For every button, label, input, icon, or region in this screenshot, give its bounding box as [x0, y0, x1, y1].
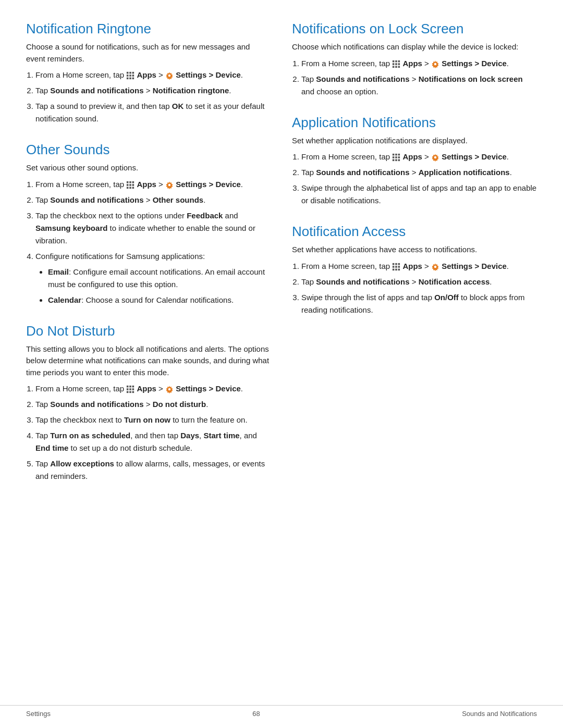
apps-icon: [126, 71, 134, 80]
step-5: Tap Allow exceptions to allow alarms, ca…: [35, 458, 271, 483]
bold-apps: Apps: [137, 180, 156, 189]
apps-icon: [392, 60, 400, 68]
bold-ok: OK: [172, 102, 184, 110]
footer: Settings 68 Sounds and Notifications: [0, 705, 563, 718]
step-2: Tap Sounds and notifications > Notificat…: [35, 84, 271, 97]
subitem-email: Email: Configure email account notificat…: [48, 266, 271, 291]
step-2: Tap Sounds and notifications > Notificat…: [301, 276, 537, 288]
step-3: Swipe through the alphabetical list of a…: [301, 182, 537, 207]
bold-settings-device: Settings > Device: [176, 384, 241, 393]
subitems-sounds: Email: Configure email account notificat…: [35, 266, 271, 306]
left-column: Notification Ringtone Choose a sound for…: [26, 21, 271, 499]
step-2: Tap Sounds and notifications > Applicati…: [301, 166, 537, 179]
step-2: Tap Sounds and notifications > Notificat…: [301, 73, 537, 98]
footer-center: 68: [252, 710, 260, 718]
step-4: Configure notifications for Samsung appl…: [35, 250, 271, 306]
bold-apps: Apps: [402, 152, 422, 161]
page: Notification Ringtone Choose a sound for…: [0, 0, 563, 530]
bold-feedback: Feedback: [187, 211, 223, 220]
apps-icon: [392, 153, 400, 162]
step-2: Tap Sounds and notifications > Other sou…: [35, 194, 271, 206]
settings-icon: [431, 60, 439, 68]
bold-sounds-notif: Sounds and notifications: [50, 195, 143, 204]
footer-right: Sounds and Notifications: [462, 710, 537, 718]
section-notification-ringtone: Notification Ringtone Choose a sound for…: [26, 21, 271, 125]
heading-do-not-disturb: Do Not Disturb: [26, 323, 271, 339]
bold-sounds-notif: Sounds and notifications: [316, 277, 409, 286]
section-do-not-disturb: Do Not Disturb This setting allows you t…: [26, 323, 271, 483]
bold-turn-on-scheduled: Turn on as scheduled: [50, 431, 130, 440]
bold-settings-device: Settings > Device: [442, 262, 507, 270]
settings-icon: [165, 181, 174, 189]
heading-notification-access: Notification Access: [292, 224, 537, 240]
section-notification-access: Notification Access Set whether applicat…: [292, 224, 537, 316]
settings-icon: [165, 71, 174, 80]
intro-application-notifications: Set whether application notifications ar…: [292, 135, 537, 147]
bold-settings-device: Settings > Device: [176, 180, 241, 189]
subitem-calendar: Calendar: Choose a sound for Calendar no…: [48, 294, 271, 306]
settings-icon: [165, 385, 174, 393]
step-1: From a Home screen, tap Apps > Settings …: [35, 69, 271, 81]
settings-icon: [431, 153, 439, 162]
step-1: From a Home screen, tap Apps > Settings …: [35, 178, 271, 191]
bold-notif-ringtone: Notification ringtone: [153, 86, 229, 95]
bold-sounds-notif: Sounds and notifications: [50, 86, 143, 95]
section-application-notifications: Application Notifications Set whether ap…: [292, 115, 537, 207]
bold-email: Email: [48, 267, 69, 276]
apps-icon: [392, 263, 400, 271]
bold-notif-lock-screen: Notifications on lock screen: [419, 75, 523, 83]
step-1: From a Home screen, tap Apps > Settings …: [301, 57, 537, 70]
bold-on-off: On/Off: [434, 293, 459, 302]
bold-samsung-keyboard: Samsung keyboard: [35, 224, 107, 232]
heading-notifications-lock-screen: Notifications on Lock Screen: [292, 21, 537, 37]
bold-sounds-notif: Sounds and notifications: [316, 168, 409, 177]
bold-settings-device: Settings > Device: [442, 59, 507, 68]
bold-apps: Apps: [402, 59, 422, 68]
bold-start-time: Start time: [203, 431, 239, 440]
apps-icon: [126, 385, 134, 393]
bold-other-sounds: Other sounds: [153, 195, 204, 204]
step-1: From a Home screen, tap Apps > Settings …: [301, 260, 537, 273]
intro-other-sounds: Set various other sound options.: [26, 162, 271, 174]
step-3: Tap the checkbox next to the options und…: [35, 209, 271, 247]
bold-days: Days: [180, 431, 199, 440]
intro-notification-ringtone: Choose a sound for notifications, such a…: [26, 41, 271, 65]
section-other-sounds: Other Sounds Set various other sound opt…: [26, 142, 271, 306]
bold-apps: Apps: [137, 384, 156, 393]
step-3: Tap a sound to preview it, and then tap …: [35, 100, 271, 125]
bold-settings-device: Settings > Device: [176, 70, 241, 79]
bold-apps: Apps: [137, 70, 156, 79]
bold-settings-device: Settings > Device: [442, 152, 507, 161]
steps-other-sounds: From a Home screen, tap Apps > Settings …: [26, 178, 271, 306]
bold-calendar: Calendar: [48, 295, 81, 304]
step-1: From a Home screen, tap Apps > Settings …: [301, 151, 537, 163]
steps-do-not-disturb: From a Home screen, tap Apps > Settings …: [26, 382, 271, 483]
intro-notification-access: Set whether applications have access to …: [292, 244, 537, 256]
steps-notification-access: From a Home screen, tap Apps > Settings …: [292, 260, 537, 316]
settings-icon: [431, 263, 439, 271]
bold-sounds-notif: Sounds and notifications: [50, 400, 143, 409]
steps-notifications-lock-screen: From a Home screen, tap Apps > Settings …: [292, 57, 537, 98]
bold-turn-on-now: Turn on now: [124, 415, 170, 424]
intro-notifications-lock-screen: Choose which notifications can display w…: [292, 41, 537, 53]
bold-do-not-disturb: Do not disturb: [153, 400, 206, 409]
step-4: Tap Turn on as scheduled, and then tap D…: [35, 429, 271, 454]
heading-application-notifications: Application Notifications: [292, 115, 537, 131]
bold-end-time: End time: [35, 443, 68, 452]
footer-left: Settings: [26, 710, 51, 718]
bold-allow-exceptions: Allow exceptions: [50, 459, 114, 468]
bold-notif-access: Notification access: [419, 277, 490, 286]
steps-notification-ringtone: From a Home screen, tap Apps > Settings …: [26, 69, 271, 125]
apps-icon: [126, 181, 134, 189]
section-notifications-lock-screen: Notifications on Lock Screen Choose whic…: [292, 21, 537, 98]
bold-sounds-notif: Sounds and notifications: [316, 75, 409, 83]
step-2: Tap Sounds and notifications > Do not di…: [35, 398, 271, 411]
step-1: From a Home screen, tap Apps > Settings …: [35, 382, 271, 395]
intro-do-not-disturb: This setting allows you to block all not…: [26, 343, 271, 379]
heading-notification-ringtone: Notification Ringtone: [26, 21, 271, 37]
steps-application-notifications: From a Home screen, tap Apps > Settings …: [292, 151, 537, 207]
heading-other-sounds: Other Sounds: [26, 142, 271, 158]
bold-apps: Apps: [402, 262, 422, 270]
bold-app-notif: Application notifications: [419, 168, 510, 177]
step-3: Tap the checkbox next to Turn on now to …: [35, 414, 271, 426]
